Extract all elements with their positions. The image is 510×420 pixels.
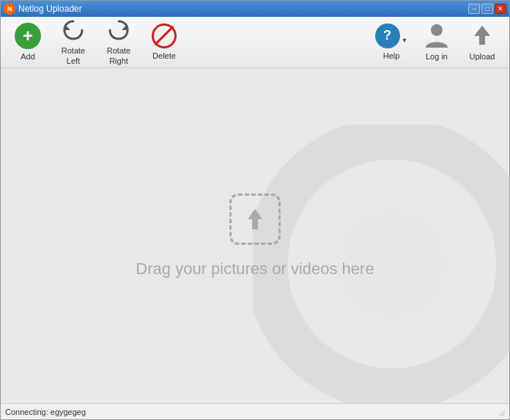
add-label: Add (21, 52, 35, 62)
window-title: Netlog Uploader (18, 4, 468, 14)
rotate-right-icon (106, 18, 132, 43)
add-icon: + (15, 23, 41, 49)
delete-icon (151, 23, 177, 49)
rotate-left-icon (60, 18, 86, 43)
upload-icon (469, 23, 495, 49)
status-bar: Connecting: egygegeg (1, 403, 509, 419)
add-button[interactable]: + Add (7, 21, 49, 65)
login-icon (424, 23, 450, 49)
rotate-left-button[interactable]: Rotate Left (52, 21, 95, 65)
help-button[interactable]: ? ▼ Help (370, 21, 413, 65)
toolbar-right: ? ▼ Help Log in (370, 21, 503, 65)
help-icon: ? ▼ (378, 23, 404, 49)
svg-marker-0 (64, 24, 70, 30)
upload-label: Upload (470, 52, 495, 62)
maximize-button[interactable]: □ (481, 4, 493, 14)
delete-button[interactable]: Delete (143, 21, 185, 65)
login-label: Log in (426, 52, 448, 62)
resize-grip-icon (496, 408, 505, 416)
login-button[interactable]: Log in (415, 21, 458, 65)
minimize-button[interactable]: – (468, 4, 480, 14)
window-controls: – □ ✕ (468, 4, 506, 14)
main-content: Drag your pictures or videos here (1, 68, 509, 403)
svg-marker-3 (474, 26, 490, 45)
status-text: Connecting: egygegeg (5, 408, 496, 416)
upload-button[interactable]: Upload (461, 21, 503, 65)
svg-marker-6 (248, 209, 262, 229)
rotate-right-button[interactable]: Rotate Right (97, 21, 140, 65)
app-icon: N (4, 3, 15, 15)
drop-area: Drag your pictures or videos here (136, 194, 374, 279)
toolbar: + Add Rotate Left (1, 17, 509, 68)
toolbar-left: + Add Rotate Left (7, 21, 370, 65)
drop-text: Drag your pictures or videos here (136, 259, 374, 279)
rotate-left-label: Rotate Left (55, 46, 92, 65)
app-window: N Netlog Uploader – □ ✕ + Add (0, 0, 510, 420)
drop-icon (229, 194, 281, 245)
title-bar: N Netlog Uploader – □ ✕ (1, 1, 509, 17)
svg-line-8 (502, 413, 505, 416)
svg-point-2 (431, 24, 443, 36)
close-button[interactable]: ✕ (495, 4, 506, 14)
help-label: Help (383, 51, 400, 61)
svg-marker-1 (122, 24, 128, 30)
rotate-right-label: Rotate Right (100, 46, 137, 65)
delete-label: Delete (152, 51, 176, 61)
svg-line-7 (499, 410, 505, 416)
